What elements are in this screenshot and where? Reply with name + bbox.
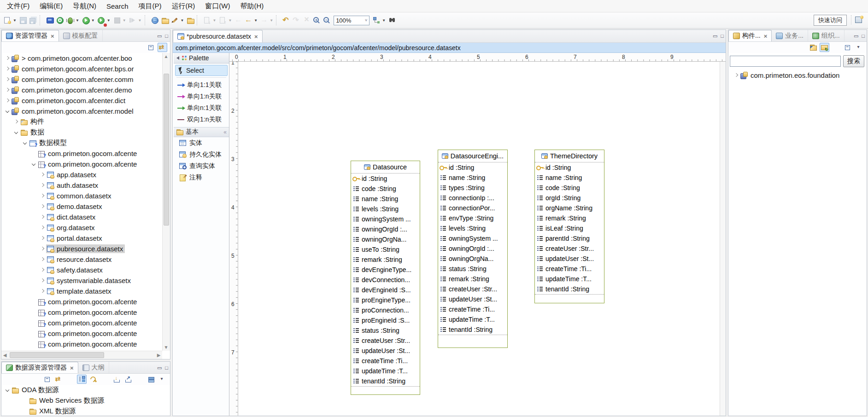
toolbar-button[interactable] (170, 15, 180, 25)
palette-tool[interactable]: 实体 (174, 137, 229, 149)
entity-box[interactable]: ThemeDirectory id :String name :String (534, 150, 604, 303)
menu-item[interactable]: 项目(P) (134, 0, 167, 12)
entity-field[interactable]: orgId :String (535, 193, 604, 203)
entity-field[interactable]: owningOrgNa... (351, 234, 420, 244)
entity-field[interactable]: remark :String (351, 255, 420, 265)
view-toolbar-button[interactable] (54, 375, 64, 384)
tree-row[interactable]: resource.datasetx (1, 254, 162, 265)
tree-row[interactable]: ODA 数据源 (1, 385, 170, 395)
tree-row[interactable]: template.datasetx (1, 286, 162, 296)
view-toolbar-button[interactable] (88, 375, 98, 384)
maximize-icon[interactable]: □ (862, 33, 865, 39)
toolbar-button[interactable] (81, 15, 91, 25)
dropdown-caret-icon[interactable]: ▼ (107, 18, 111, 23)
palette-select-tool[interactable]: Select (175, 65, 228, 76)
minimize-icon[interactable]: ▭ (157, 365, 162, 371)
toolbar-button[interactable] (128, 15, 138, 25)
tree-row[interactable]: app.datasetx (1, 169, 162, 180)
expand-chevron-icon[interactable] (39, 235, 46, 242)
pin-palette-icon[interactable]: « (223, 129, 227, 135)
menu-item[interactable]: 运行(R) (167, 0, 200, 12)
tree-row[interactable]: > com.primeton.gocom.afcenter.boo (1, 53, 162, 64)
expand-chevron-icon[interactable] (13, 119, 19, 125)
search-button[interactable]: 搜索 (843, 55, 864, 67)
open-perspective-icon[interactable] (855, 16, 863, 23)
entity-field[interactable]: createUser :Str... (438, 284, 507, 294)
dropdown-caret-icon[interactable]: ▼ (76, 18, 79, 23)
toolbar-button[interactable] (28, 15, 38, 25)
entity-field[interactable]: createTime :Ti... (535, 264, 604, 274)
menu-item[interactable]: Search (101, 1, 134, 12)
expand-chevron-icon[interactable] (4, 87, 11, 93)
expand-chevron-icon[interactable] (39, 214, 46, 220)
view-tab[interactable]: 业务... (772, 30, 808, 41)
dropdown-caret-icon[interactable]: ▼ (138, 18, 142, 23)
entity-field[interactable]: levels :String (438, 223, 507, 233)
expand-chevron-icon[interactable] (4, 387, 11, 394)
tree-row[interactable]: 数据模型 (1, 138, 162, 148)
toolbar-button[interactable] (233, 15, 243, 25)
toolbar-button[interactable] (18, 15, 28, 25)
expand-chevron-icon[interactable] (4, 66, 11, 72)
entity-title[interactable]: DatasourceEngi... (438, 150, 507, 162)
entity-field[interactable]: createTime :Ti... (438, 304, 507, 314)
dropdown-caret-icon[interactable]: ▼ (254, 18, 258, 23)
menu-item[interactable]: 窗口(W) (200, 0, 235, 12)
minimize-icon[interactable]: ▭ (157, 33, 162, 39)
entity-field[interactable]: updateUser :St... (351, 346, 420, 356)
tree-row[interactable]: XML 数据源 (1, 406, 170, 416)
expand-chevron-icon[interactable] (39, 203, 46, 210)
palette-relation-tool[interactable]: 单向1:1关联 (174, 79, 229, 91)
zoom-level-combo[interactable]: 100% ˅ (334, 16, 369, 25)
tree-row[interactable]: dict.datasetx (1, 212, 162, 222)
expand-chevron-icon[interactable] (30, 161, 37, 168)
view-toolbar-button[interactable] (111, 375, 121, 384)
toolbar-button[interactable] (311, 15, 322, 25)
palette-header[interactable]: Palette (174, 53, 229, 64)
view-tab[interactable]: 数据源资源管理器 × (1, 362, 78, 373)
toolbar-button[interactable] (150, 15, 160, 25)
minimize-icon[interactable]: ▭ (713, 33, 717, 39)
view-toolbar-button[interactable] (146, 43, 156, 52)
tree-row[interactable]: systemvariable.datasetx (1, 275, 162, 286)
toolbar-button[interactable] (65, 15, 75, 25)
palette-tool[interactable]: 注释 (174, 172, 229, 183)
expand-chevron-icon[interactable] (4, 55, 11, 62)
component-search-input[interactable] (730, 56, 841, 67)
view-tab[interactable]: 组织... (808, 30, 845, 41)
expand-chevron-icon[interactable] (39, 288, 46, 295)
scroll-up-icon[interactable]: ▲ (163, 53, 170, 60)
entity-field[interactable]: proEngineId :S... (351, 315, 420, 325)
entity-field[interactable]: owningOrgId :... (351, 224, 420, 234)
dropdown-caret-icon[interactable]: ▼ (13, 18, 17, 23)
tree-row[interactable]: Web Services 数据源 (1, 395, 170, 406)
view-toolbar-button[interactable] (135, 375, 144, 384)
tree-row[interactable]: com.primeton.gocom.afcenter.dict (1, 95, 162, 106)
view-toolbar-button[interactable] (808, 43, 818, 52)
view-toolbar-button[interactable] (42, 375, 52, 384)
toolbar-button[interactable] (291, 15, 301, 25)
entity-field[interactable]: remark :String (535, 213, 604, 223)
toolbar-button[interactable] (281, 15, 291, 25)
expand-chevron-icon[interactable] (39, 193, 46, 199)
horizontal-scrollbar[interactable]: ◀ ▶ (1, 351, 162, 359)
toolbar-button[interactable] (259, 15, 269, 25)
dropdown-caret-icon[interactable]: ▼ (123, 18, 126, 23)
toolbar-button[interactable] (2, 15, 12, 25)
entity-field[interactable]: devEngineId :S... (351, 285, 420, 295)
palette-tool[interactable]: 查询实体 (174, 160, 229, 172)
entity-field[interactable]: createUser :Str... (351, 336, 420, 346)
view-toolbar-button[interactable] (77, 375, 87, 384)
maximize-icon[interactable]: □ (165, 33, 168, 39)
entity-field[interactable]: owningSystem ... (351, 214, 420, 224)
tree-row[interactable]: com.primeton.gocom.afcenter.bps.or (1, 64, 162, 74)
entity-field[interactable]: createTime :Ti... (351, 356, 420, 366)
tree-row[interactable]: auth.datasetx (1, 180, 162, 191)
expand-chevron-icon[interactable] (39, 256, 46, 263)
entity-field[interactable]: types :String (438, 183, 507, 193)
close-icon[interactable]: × (764, 33, 768, 40)
entity-field[interactable]: devConnection... (351, 275, 420, 285)
tree-row[interactable]: com.primeton.gocom.afcente (1, 159, 162, 169)
menu-item[interactable]: 导航(N) (68, 0, 101, 12)
palette-relation-tool[interactable]: 单向n:1关联 (174, 102, 229, 114)
